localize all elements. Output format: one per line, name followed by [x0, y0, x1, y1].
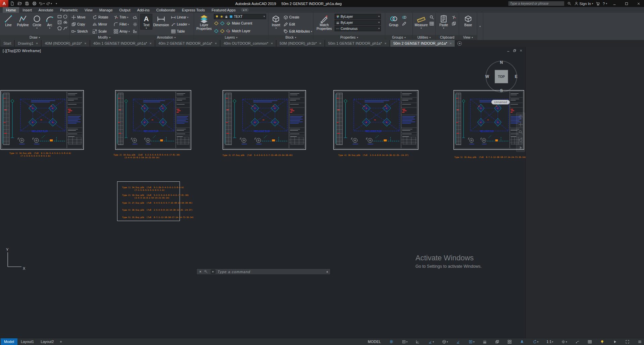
- panel-title-draw[interactable]: Draw▾: [0, 35, 69, 40]
- offset-tool-icon[interactable]: [133, 29, 138, 34]
- annotation-visibility-toggle[interactable]: [520, 340, 524, 344]
- new-file-button[interactable]: [8, 0, 16, 7]
- file-tab-start[interactable]: Start: [0, 40, 14, 47]
- object-snap-toggle[interactable]: ▾: [468, 340, 475, 344]
- new-layout-button[interactable]: +: [57, 338, 64, 345]
- edit-block-button[interactable]: Edit: [283, 21, 312, 28]
- transparency-toggle[interactable]: [495, 340, 499, 344]
- file-tab-40m-1-genset[interactable]: 40m 1 GENSET INDOOR_ph1a*✕: [90, 40, 155, 47]
- search-input[interactable]: [508, 1, 564, 6]
- panel-title-properties[interactable]: Properties▾: [313, 35, 385, 40]
- ucs-icon[interactable]: Y X: [5, 248, 28, 271]
- layer-color-swatch[interactable]: [229, 15, 233, 18]
- sheet-label-3[interactable]: Type 3) 27.5sq p2b (7x8 5-4-5-6-5-5-7-15…: [222, 154, 293, 157]
- model-space-badge[interactable]: MODEL: [368, 340, 381, 344]
- ribbon-tab-addins[interactable]: Add-ins: [134, 7, 153, 13]
- selection-cycling-toggle[interactable]: [507, 340, 512, 344]
- file-tab-40m-2-genset[interactable]: 40m 2 GENSET INDOOR_ph1a*✕: [155, 40, 220, 47]
- sheet-label-5[interactable]: Type 5) 35.0sq p2b (7x8 8-7-3-12-58-58-1…: [454, 156, 526, 159]
- quick-properties-toggle[interactable]: [588, 340, 592, 344]
- layer-tool-icon[interactable]: [220, 29, 225, 34]
- group-edit-icon[interactable]: [402, 21, 407, 26]
- make-current-button[interactable]: Make Current: [214, 20, 266, 27]
- panel-title-view[interactable]: View▾: [459, 35, 477, 40]
- match-layer-button[interactable]: Match Layer: [214, 28, 266, 35]
- table-button[interactable]: Table: [171, 28, 190, 35]
- object-snap-tracking-toggle[interactable]: [456, 340, 460, 344]
- circle-button[interactable]: Circle▾: [30, 14, 44, 30]
- panel-title-layers[interactable]: Layers▾: [194, 35, 268, 40]
- layer-combo[interactable]: TEXT ▾: [214, 14, 266, 19]
- close-button[interactable]: [634, 0, 643, 7]
- search-button[interactable]: [567, 1, 572, 6]
- sheet-label-2[interactable]: Type 2) 19.5sq p2b (2x8 5-2-5-5-4-5-8-5-…: [113, 154, 180, 159]
- drawing-sheet-3[interactable]: [222, 90, 306, 150]
- close-icon[interactable]: ✕: [84, 42, 87, 45]
- layer-properties-button[interactable]: Layer Properties: [195, 14, 213, 31]
- close-icon[interactable]: ✕: [149, 42, 152, 45]
- close-icon[interactable]: ✕: [36, 42, 38, 45]
- quick-select-icon[interactable]: [429, 15, 434, 20]
- mirror-button[interactable]: Mirror: [92, 21, 113, 28]
- copy-clip-icon[interactable]: [451, 21, 456, 26]
- file-tab-50m-2-genset-active[interactable]: 50m 2 GENSET INDOOR_ph1a*✕: [390, 40, 455, 47]
- graphics-performance-toggle[interactable]: [613, 340, 617, 344]
- ribbon-tab-manage[interactable]: Manage: [96, 7, 116, 13]
- ribbon-tab-parametric[interactable]: Parametric: [57, 7, 81, 13]
- match-properties-button[interactable]: Match Properties: [315, 14, 334, 31]
- trim-button[interactable]: Trim▾: [113, 14, 133, 21]
- open-button[interactable]: [16, 0, 23, 7]
- ribbon-tab-home[interactable]: Home: [3, 7, 19, 13]
- close-icon[interactable]: ✕: [271, 42, 273, 45]
- copy-button[interactable]: Copy: [71, 21, 92, 28]
- autocad-logo-icon[interactable]: A: [0, 0, 8, 7]
- edit-attributes-button[interactable]: Edit Attributes▾: [283, 28, 312, 35]
- ribbon-tab-insert[interactable]: Insert: [19, 7, 35, 13]
- sign-in-button[interactable]: Sign In▾: [574, 1, 593, 6]
- dimension-button[interactable]: Dimension: [152, 14, 170, 27]
- file-tab-40m-indoor[interactable]: 40M (INDOOR)_ph1b*✕: [42, 40, 90, 47]
- drawing-sheet-4[interactable]: [333, 90, 418, 150]
- annotation-monitor-toggle[interactable]: [575, 340, 580, 344]
- array-button[interactable]: Array▾: [113, 28, 133, 35]
- explode-tool-icon[interactable]: [133, 22, 138, 27]
- rectangle-tool-icon[interactable]: [57, 14, 62, 19]
- ellipse-tool-icon[interactable]: [63, 14, 68, 19]
- minimize-button[interactable]: [610, 0, 619, 7]
- panel-title-utilities[interactable]: Utilities▾: [413, 35, 435, 40]
- file-tab-40m-outdoor[interactable]: 40m OUTDOOR_common*✕: [220, 40, 276, 47]
- undo-button[interactable]: ▾: [38, 0, 45, 7]
- layer-lock-icon[interactable]: [225, 15, 228, 18]
- view-cube-east[interactable]: E: [515, 74, 517, 79]
- scale-button[interactable]: Scale: [92, 28, 113, 35]
- close-icon[interactable]: ✕: [384, 42, 387, 45]
- object-color-combo[interactable]: ByLayer▾: [335, 14, 381, 19]
- paste-button[interactable]: Paste▾: [437, 14, 450, 30]
- polyline-button[interactable]: Polyline: [15, 14, 30, 27]
- viewport-controls[interactable]: [-][Top][2D Wireframe]: [3, 49, 41, 53]
- leader-button[interactable]: Leader▾: [171, 21, 190, 28]
- new-tab-button[interactable]: +: [457, 41, 462, 46]
- polar-tracking-toggle[interactable]: ▾: [428, 340, 434, 344]
- close-icon[interactable]: ✕: [319, 42, 321, 45]
- drawing-sheet-5[interactable]: [453, 90, 524, 150]
- ribbon-collapse-button[interactable]: ▾: [477, 13, 483, 40]
- ortho-mode-toggle[interactable]: [415, 340, 420, 344]
- snap-mode-toggle[interactable]: ▾: [402, 340, 408, 344]
- view-cube-north[interactable]: N: [500, 60, 503, 65]
- ribbon-tab-featured-apps[interactable]: Featured Apps: [208, 7, 239, 13]
- ribbon-tab-express-tools[interactable]: Express Tools: [179, 7, 208, 13]
- ribbon-display-toggle[interactable]: ●▾: [241, 8, 249, 12]
- close-icon[interactable]: ✕: [450, 42, 452, 45]
- rotate-button[interactable]: Rotate: [92, 14, 113, 21]
- lineweight-combo[interactable]: ByLayer▾: [335, 20, 381, 25]
- isolate-objects-button[interactable]: [600, 340, 604, 344]
- ungroup-icon[interactable]: [402, 15, 407, 20]
- layout2-tab[interactable]: Layout2: [37, 338, 57, 345]
- app-store-button[interactable]: [596, 1, 600, 6]
- maximize-button[interactable]: [622, 0, 631, 7]
- layer-tool-icon[interactable]: [220, 21, 225, 26]
- create-block-button[interactable]: Create: [283, 14, 312, 21]
- base-view-button[interactable]: Base: [461, 14, 476, 27]
- model-tab[interactable]: Model: [1, 338, 17, 345]
